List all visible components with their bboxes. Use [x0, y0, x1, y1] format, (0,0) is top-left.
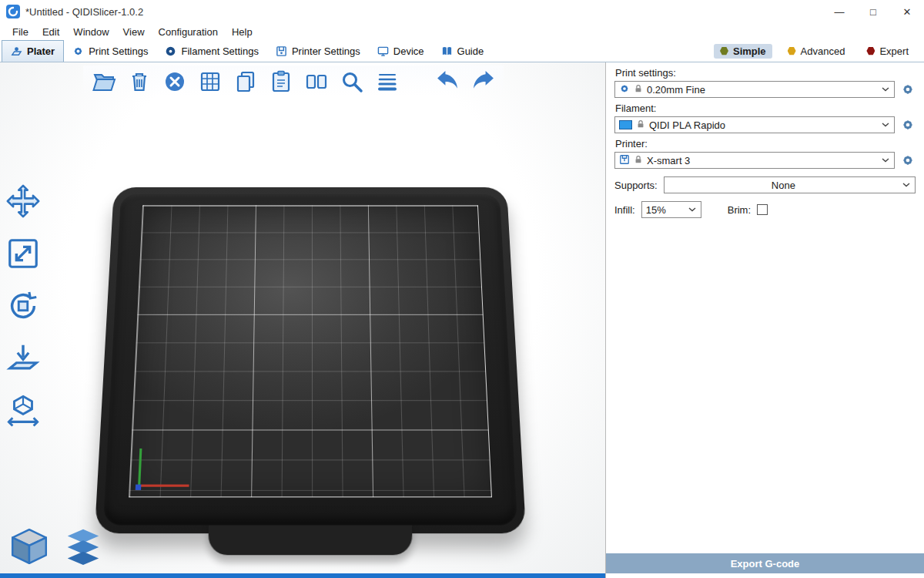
chevron-down-icon: [902, 183, 910, 187]
print-settings-label: Print settings:: [615, 67, 916, 79]
export-gcode-button[interactable]: Export G-code: [606, 553, 924, 573]
menu-configuration[interactable]: Configuration: [152, 26, 225, 38]
mode-switcher: Simple Advanced Expert: [714, 40, 924, 62]
brim-label: Brim:: [728, 204, 751, 216]
mode-label: Advanced: [801, 45, 845, 57]
tab-guide[interactable]: Guide: [433, 40, 493, 62]
printer-select[interactable]: X-smart 3: [614, 152, 895, 169]
undo-icon[interactable]: [435, 69, 460, 94]
paste-icon[interactable]: [268, 69, 293, 94]
menu-file[interactable]: File: [5, 26, 35, 38]
measure-icon[interactable]: [5, 392, 41, 428]
infill-select[interactable]: 15%: [641, 201, 701, 218]
menu-view[interactable]: View: [116, 26, 152, 38]
mode-label: Simple: [733, 45, 766, 57]
filament-value: QIDI PLA Rapido: [649, 119, 878, 131]
filament-label: Filament:: [615, 102, 916, 114]
move-icon[interactable]: [5, 183, 41, 219]
split-icon[interactable]: [303, 69, 329, 94]
titlebar: *Untitled - QIDISlicer-1.0.2 — □ ✕: [0, 0, 924, 23]
axis-x-indicator: [138, 485, 189, 487]
delete-all-icon[interactable]: [162, 69, 187, 94]
chevron-down-icon: [688, 207, 696, 212]
device-monitor-icon: [377, 45, 389, 57]
tab-device[interactable]: Device: [369, 40, 433, 62]
supports-value: None: [668, 180, 899, 191]
mode-dot-icon: [720, 47, 728, 55]
redo-icon[interactable]: [470, 69, 496, 94]
app-logo-icon: [6, 5, 20, 18]
window-title: *Untitled - QIDISlicer-1.0.2: [25, 6, 143, 18]
filament-color-swatch: [619, 120, 632, 129]
infill-value: 15%: [646, 204, 685, 216]
minimize-button[interactable]: —: [822, 0, 856, 23]
axis-y-indicator: [138, 449, 142, 487]
printer-icon: [619, 154, 630, 167]
supports-select[interactable]: None: [664, 176, 916, 193]
bed-grid: [129, 205, 492, 497]
settings-sidebar: Print settings: 0.20mm Fine: [605, 62, 924, 578]
copy-icon[interactable]: [233, 69, 258, 94]
arrange-icon[interactable]: [197, 69, 223, 94]
mode-advanced[interactable]: Advanced: [782, 44, 852, 59]
tab-label: Print Settings: [89, 45, 148, 57]
supports-label: Supports:: [614, 180, 658, 191]
filament-select[interactable]: QIDI PLA Rapido: [614, 116, 895, 133]
tab-label: Filament Settings: [181, 45, 258, 57]
filament-spool-icon: [165, 45, 176, 57]
mode-expert[interactable]: Expert: [860, 44, 915, 59]
view-switcher: [8, 525, 105, 568]
menu-window[interactable]: Window: [66, 26, 116, 38]
menu-help[interactable]: Help: [225, 26, 259, 38]
brim-checkbox[interactable]: [757, 204, 768, 215]
printer-value: X-smart 3: [647, 155, 878, 166]
main-toolbar: [83, 66, 504, 97]
infill-label: Infill:: [614, 204, 635, 216]
print-bed: [95, 187, 526, 533]
delete-icon[interactable]: [126, 69, 152, 94]
tab-filament-settings[interactable]: Filament Settings: [156, 40, 266, 62]
gizmo-toolbar: [5, 183, 41, 428]
tab-print-settings[interactable]: Print Settings: [64, 40, 156, 62]
tab-label: Guide: [457, 45, 484, 57]
open-icon[interactable]: [91, 69, 116, 94]
preview-layers-icon[interactable]: [62, 525, 105, 568]
editor-3d-view-icon[interactable]: [8, 525, 51, 568]
scale-icon[interactable]: [5, 235, 41, 271]
mode-simple[interactable]: Simple: [714, 44, 772, 59]
plater-icon: [11, 45, 22, 57]
printer-gear-button[interactable]: [900, 153, 916, 168]
guide-book-icon: [441, 45, 453, 57]
menu-edit[interactable]: Edit: [35, 26, 66, 38]
tab-plater[interactable]: Plater: [2, 40, 64, 62]
lock-icon: [634, 155, 643, 166]
mode-dot-icon: [866, 47, 875, 55]
printer-label: Printer:: [615, 138, 916, 150]
gear-icon: [72, 45, 84, 57]
rotate-icon[interactable]: [5, 287, 41, 324]
close-button[interactable]: ✕: [890, 0, 924, 23]
print-settings-value: 0.20mm Fine: [647, 84, 878, 96]
variable-layer-height-icon[interactable]: [374, 69, 400, 94]
place-on-face-icon[interactable]: [5, 340, 41, 376]
chevron-down-icon: [882, 87, 889, 92]
print-settings-gear-button[interactable]: [900, 82, 916, 97]
viewport-bottom-strip: [0, 573, 605, 578]
mode-label: Expert: [879, 45, 909, 57]
tab-printer-settings[interactable]: Printer Settings: [267, 40, 369, 62]
print-settings-select[interactable]: 0.20mm Fine: [614, 81, 895, 98]
gear-icon: [619, 83, 630, 96]
search-icon[interactable]: [339, 69, 364, 94]
maximize-button[interactable]: □: [856, 0, 890, 23]
lock-icon: [636, 119, 645, 131]
axis-origin-indicator: [136, 485, 142, 490]
lock-icon: [634, 84, 643, 96]
tabbar: Plater Print Settings Filament Settings …: [0, 40, 924, 62]
app-window: *Untitled - QIDISlicer-1.0.2 — □ ✕ File …: [0, 0, 924, 578]
menubar: File Edit Window View Configuration Help: [0, 23, 924, 40]
tab-label: Printer Settings: [292, 45, 360, 57]
filament-gear-button[interactable]: [900, 117, 916, 133]
3d-viewport[interactable]: [0, 62, 605, 578]
mode-dot-icon: [788, 47, 796, 55]
chevron-down-icon: [882, 158, 889, 163]
